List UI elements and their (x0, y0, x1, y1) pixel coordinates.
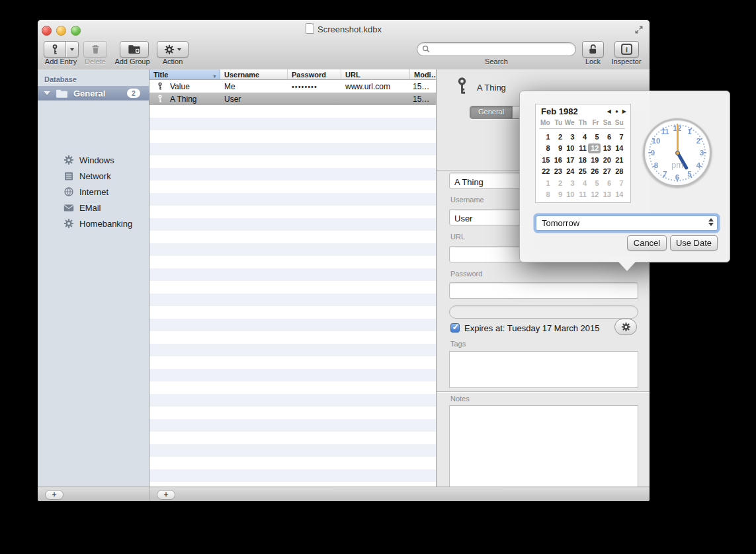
calendar-day[interactable]: 24 (564, 167, 576, 177)
add-group-plus-button[interactable]: + (45, 490, 63, 500)
action-button[interactable] (157, 41, 189, 58)
add-entry-caret[interactable] (66, 48, 78, 51)
calendar-day[interactable]: 1 (539, 132, 552, 142)
clock-period-label: pm (671, 160, 683, 170)
add-entry-button[interactable] (44, 41, 79, 58)
calendar-day[interactable]: 15 (539, 155, 552, 165)
calendar-day[interactable]: 20 (601, 155, 613, 165)
column-header-modified[interactable]: Modi… (410, 69, 436, 80)
expires-checkbox[interactable] (450, 323, 460, 333)
inspector-button[interactable]: i (614, 41, 639, 58)
sidebar-item-windows[interactable]: Windows (38, 152, 149, 168)
calendar-day[interactable]: 3 (564, 178, 576, 188)
calendar-day[interactable]: 4 (576, 132, 589, 142)
screen: Screenshot.kdbx Add Entry Delete Add Gro… (0, 0, 756, 554)
sidebar-group-general[interactable]: General 2 (38, 86, 149, 100)
calendar-day[interactable]: 14 (612, 143, 625, 153)
column-header-url[interactable]: URL (341, 69, 410, 80)
calendar-day[interactable]: 10 (564, 190, 576, 200)
entry-count-badge: 2 (127, 89, 140, 98)
divider (437, 391, 650, 392)
calendar-day[interactable]: 1 (539, 178, 552, 188)
calendar-day[interactable]: 13 (601, 190, 613, 200)
titlebar[interactable]: Screenshot.kdbx (38, 20, 650, 37)
use-date-button[interactable]: Use Date (670, 235, 718, 251)
expiry-preset-dropdown[interactable]: Tomorrow (536, 216, 718, 231)
calendar-day[interactable]: 10 (564, 143, 576, 153)
disclosure-triangle-icon[interactable] (44, 91, 50, 95)
calendar-day[interactable]: 14 (612, 190, 625, 200)
calendar-day[interactable]: 12 (588, 190, 601, 200)
add-group-button[interactable] (120, 41, 149, 58)
calendar-day[interactable]: 8 (539, 190, 552, 200)
calendar-day[interactable]: 6 (601, 132, 613, 142)
entry-table: Title▼ Username Password URL Modi… Value… (149, 69, 436, 487)
calendar-day[interactable]: 13 (601, 143, 613, 153)
clock-numeral: 2 (696, 137, 700, 145)
calendar-day[interactable]: 2 (552, 178, 564, 188)
calendar-day[interactable]: 11 (576, 143, 589, 153)
sidebar-item-internet[interactable]: Internet (38, 184, 149, 200)
calendar-day[interactable]: 19 (588, 155, 601, 165)
divider (436, 69, 437, 487)
calendar-day[interactable]: 2 (552, 132, 564, 142)
calendar-prev-icon[interactable]: ◀ (607, 108, 611, 114)
column-header-title[interactable]: Title▼ (149, 69, 220, 80)
cancel-button[interactable]: Cancel (627, 235, 667, 251)
calendar-day[interactable]: 4 (576, 178, 589, 188)
username-label: Username (450, 196, 484, 204)
search-field[interactable] (417, 42, 576, 56)
calendar-day[interactable]: 5 (588, 178, 601, 188)
calendar-day-header: We (564, 119, 576, 129)
lock-button[interactable] (582, 41, 604, 58)
add-entry-plus-button[interactable]: + (157, 490, 175, 500)
calendar-day[interactable]: 9 (552, 143, 564, 153)
calendar-day[interactable]: 5 (588, 132, 601, 142)
calendar-day[interactable]: 9 (552, 190, 564, 200)
calendar-day[interactable]: 26 (588, 167, 601, 177)
chevron-down-icon (177, 48, 181, 51)
calendar-day[interactable]: 28 (612, 167, 625, 177)
chevron-down-icon (70, 48, 74, 51)
calendar-day[interactable]: 25 (576, 167, 589, 177)
calendar-next-icon[interactable]: ▶ (622, 108, 626, 114)
calendar-day[interactable]: 23 (552, 167, 564, 177)
calendar-day[interactable]: 3 (564, 132, 576, 142)
password-field[interactable] (449, 282, 638, 299)
calendar-day[interactable]: 12 (588, 143, 601, 153)
tags-field[interactable] (449, 351, 638, 388)
calendar-month-label: Feb 1982 (541, 106, 578, 116)
cell-modified: 15… (413, 95, 435, 104)
calendar-day[interactable]: 8 (539, 143, 552, 153)
calendar-day[interactable]: 18 (576, 155, 589, 165)
table-row[interactable]: Value Me •••••••• www.url.com 15… (149, 80, 436, 93)
clock-minute-hand (677, 124, 679, 153)
search-input[interactable] (433, 44, 571, 56)
calendar-day[interactable]: 27 (601, 167, 613, 177)
fullscreen-icon[interactable] (633, 25, 645, 34)
delete-button[interactable] (83, 41, 107, 58)
expiry-presets-button[interactable] (614, 319, 637, 335)
calendar-today-icon[interactable]: ● (615, 108, 618, 114)
calendar: Feb 1982 ◀ ● ▶ MoTuWeThFrSaSu12345678910… (535, 104, 631, 203)
column-header-username[interactable]: Username (220, 69, 288, 80)
table-row-selected[interactable]: A Thing User 15… (149, 93, 436, 105)
calendar-day-header: Fr (588, 119, 601, 129)
calendar-day[interactable]: 16 (552, 155, 564, 165)
calendar-day-header: Sa (601, 119, 613, 129)
gear-icon (63, 218, 74, 229)
sidebar-item-label: Internet (79, 187, 108, 197)
calendar-day[interactable]: 11 (576, 190, 589, 200)
calendar-day[interactable]: 17 (564, 155, 576, 165)
sidebar-item-network[interactable]: Network (38, 168, 149, 184)
action-label: Action (156, 58, 189, 65)
calendar-day[interactable]: 22 (539, 167, 552, 177)
calendar-day[interactable]: 21 (612, 155, 625, 165)
sidebar-item-homebanking[interactable]: Homebanking (38, 216, 149, 231)
column-header-password[interactable]: Password (288, 69, 341, 80)
sidebar-item-email[interactable]: EMail (38, 200, 149, 216)
calendar-day[interactable]: 7 (612, 132, 625, 142)
calendar-day[interactable]: 6 (601, 178, 613, 188)
calendar-day[interactable]: 7 (612, 178, 625, 188)
tab-general[interactable]: General (470, 106, 513, 118)
